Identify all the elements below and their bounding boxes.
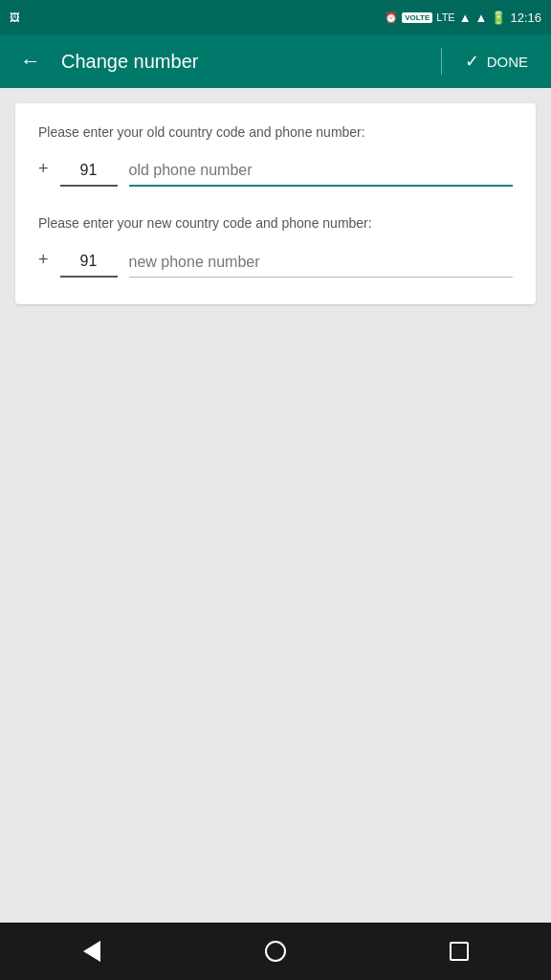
- old-country-code-input[interactable]: [60, 158, 118, 187]
- status-bar: 🖼 ⏰ VOLTE LTE ▲ ▲ 🔋 12:16: [0, 0, 551, 34]
- status-time: 12:16: [510, 11, 541, 25]
- nav-back-button[interactable]: [68, 927, 116, 975]
- old-number-label: Please enter your old country code and p…: [38, 122, 513, 143]
- form-card: Please enter your old country code and p…: [15, 103, 536, 304]
- done-button[interactable]: ✓ DONE: [457, 43, 536, 79]
- status-bar-right: ⏰ VOLTE LTE ▲ ▲ 🔋 12:16: [385, 11, 541, 25]
- new-phone-number-input[interactable]: [129, 250, 513, 278]
- nav-home-icon: [265, 941, 286, 962]
- nav-recents-icon: [450, 942, 469, 961]
- new-country-code-input[interactable]: [60, 249, 118, 278]
- main-content: Please enter your old country code and p…: [0, 88, 551, 923]
- battery-icon: 🔋: [491, 11, 506, 25]
- nav-back-icon: [83, 941, 100, 962]
- signal-icon-1: ▲: [459, 11, 472, 25]
- new-phone-row: +: [38, 249, 513, 278]
- new-number-label: Please enter your new country code and p…: [38, 213, 513, 234]
- page-title: Change number: [61, 51, 426, 73]
- back-button[interactable]: ←: [15, 46, 46, 77]
- toolbar: ← Change number ✓ DONE: [0, 34, 551, 88]
- signal-icon-2: ▲: [475, 11, 488, 25]
- old-phone-number-input[interactable]: [129, 158, 513, 187]
- nav-recents-button[interactable]: [435, 927, 483, 975]
- nav-bar: [0, 923, 551, 980]
- done-label: DONE: [487, 54, 528, 70]
- image-icon: 🖼: [10, 11, 20, 23]
- status-bar-left: 🖼: [10, 11, 20, 23]
- lte-icon: LTE: [436, 11, 454, 23]
- new-plus-sign: +: [38, 250, 49, 278]
- nav-home-button[interactable]: [252, 927, 299, 975]
- old-plus-sign: +: [38, 159, 49, 187]
- toolbar-divider: [441, 48, 442, 75]
- alarm-icon: ⏰: [385, 11, 398, 24]
- old-number-section: Please enter your old country code and p…: [38, 122, 513, 187]
- new-number-section: Please enter your new country code and p…: [38, 213, 513, 278]
- back-arrow-icon: ←: [20, 49, 41, 74]
- done-check-icon: ✓: [465, 51, 479, 72]
- old-phone-row: +: [38, 158, 513, 187]
- volte-badge: VOLTE: [402, 12, 432, 23]
